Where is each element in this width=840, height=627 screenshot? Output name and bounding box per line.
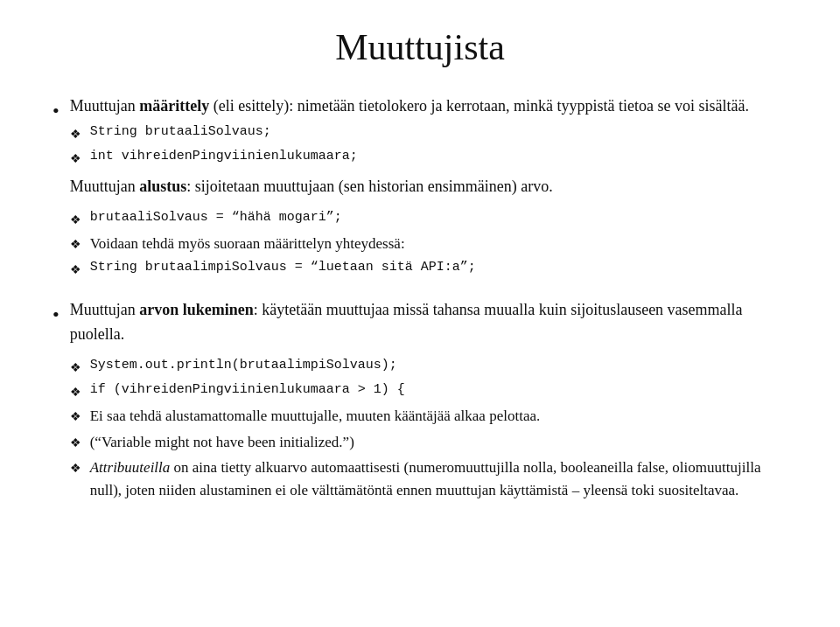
- attribuuteilla-italic: Attribuuteilla: [90, 459, 171, 476]
- section2-bold: arvon lukeminen: [139, 301, 254, 318]
- diamond-icon: ❖: [70, 459, 81, 477]
- diamond-icon: ❖: [70, 235, 81, 254]
- section1-bold: alustus: [139, 178, 186, 195]
- alustus-desc: Voidaan tehdä myös suoraan määrittelyn y…: [90, 233, 788, 255]
- diamond-icon: ❖: [70, 434, 81, 452]
- intro-bold: määrittely: [139, 97, 209, 115]
- section2-sublist: ❖ System.out.println(brutaalimpiSolvaus)…: [70, 356, 788, 501]
- sub-item-alustus2: ❖ Voidaan tehdä myös suoraan määrittelyn…: [70, 233, 788, 255]
- bullet-dot: •: [52, 96, 60, 125]
- sub-item-sys-out: ❖ System.out.println(brutaalimpiSolvaus)…: [70, 356, 788, 377]
- code-int: int vihreidenPingviinienlukumaara;: [90, 147, 788, 167]
- sub-item-ei-saa: ❖ Ei saa tehdä alustamattomalle muuttuja…: [70, 405, 788, 428]
- intro-text-after: (eli esittely): nimetään tietolokero ja …: [209, 97, 749, 115]
- diamond-icon: ❖: [70, 383, 81, 401]
- diamond-icon: ❖: [70, 261, 81, 279]
- attribuuteilla-text: Attribuuteilla on aina tietty alkuarvo a…: [90, 456, 788, 501]
- list-item-reading-content: Muuttujan arvon lukeminen: käytetään muu…: [70, 298, 788, 508]
- section1-sublist: ❖ String brutaaliSolvaus; ❖ int vihreide…: [70, 122, 788, 168]
- sub-item-if: ❖ if (vihreidenPingviinienlukumaara > 1)…: [70, 380, 788, 401]
- bullet-dot-2: •: [52, 300, 60, 329]
- brutaalisolvaus-code: brutaaliSolvaus = “hähä mogari”;: [90, 208, 788, 228]
- section1-before-bold: Muuttujan: [70, 178, 140, 195]
- sub-item-alustus3: ❖ String brutaalimpiSolvaus = “luetaan s…: [70, 258, 788, 279]
- section2-before-bold: Muuttujan: [70, 301, 140, 318]
- diamond-icon: ❖: [70, 408, 81, 426]
- section1-text: Muuttujan alustus: sijoitetaan muuttujaa…: [70, 175, 788, 199]
- attribuuteilla-rest: on aina tietty alkuarvo automaattisesti …: [90, 459, 761, 498]
- main-list: • Muuttujan määrittely (eli esittely): n…: [52, 94, 788, 508]
- diamond-icon: ❖: [70, 211, 81, 229]
- section1-after-bold: : sijoitetaan muuttujaan (sen historian …: [186, 178, 552, 195]
- sys-out-code: System.out.println(brutaalimpiSolvaus);: [90, 356, 788, 376]
- sub-item-attribuuteilla: ❖ Attribuuteilla on aina tietty alkuarvo…: [70, 456, 788, 501]
- diamond-icon: ❖: [70, 150, 81, 168]
- list-item-definition: • Muuttujan määrittely (eli esittely): n…: [52, 94, 788, 286]
- code-string: String brutaaliSolvaus;: [90, 122, 788, 143]
- section1-alustus-sublist: ❖ brutaaliSolvaus = “hähä mogari”; ❖ Voi…: [70, 208, 788, 280]
- brutaalimpi-code: String brutaalimpiSolvaus = “luetaan sit…: [90, 258, 788, 278]
- if-code: if (vihreidenPingviinienlukumaara > 1) {: [90, 380, 788, 401]
- section2-text: Muuttujan arvon lukeminen: käytetään muu…: [70, 298, 788, 347]
- diamond-icon: ❖: [70, 125, 81, 143]
- sub-item-code1: ❖ String brutaaliSolvaus;: [70, 122, 788, 143]
- intro-text-before: Muuttujan: [70, 97, 140, 115]
- page-title: Muuttujista: [52, 26, 788, 68]
- variable-text: (“Variable might not have been initializ…: [90, 431, 788, 454]
- intro-text: Muuttujan määrittely (eli esittely): nim…: [70, 97, 749, 115]
- list-item-definition-content: Muuttujan määrittely (eli esittely): nim…: [70, 94, 788, 286]
- main-content: • Muuttujan määrittely (eli esittely): n…: [52, 94, 788, 508]
- list-item-reading: • Muuttujan arvon lukeminen: käytetään m…: [52, 298, 788, 508]
- sub-item-alustus1: ❖ brutaaliSolvaus = “hähä mogari”;: [70, 208, 788, 229]
- sub-item-variable: ❖ (“Variable might not have been initial…: [70, 431, 788, 454]
- sub-item-code2: ❖ int vihreidenPingviinienlukumaara;: [70, 147, 788, 168]
- diamond-icon: ❖: [70, 359, 81, 377]
- ei-saa-text: Ei saa tehdä alustamattomalle muuttujall…: [90, 405, 788, 428]
